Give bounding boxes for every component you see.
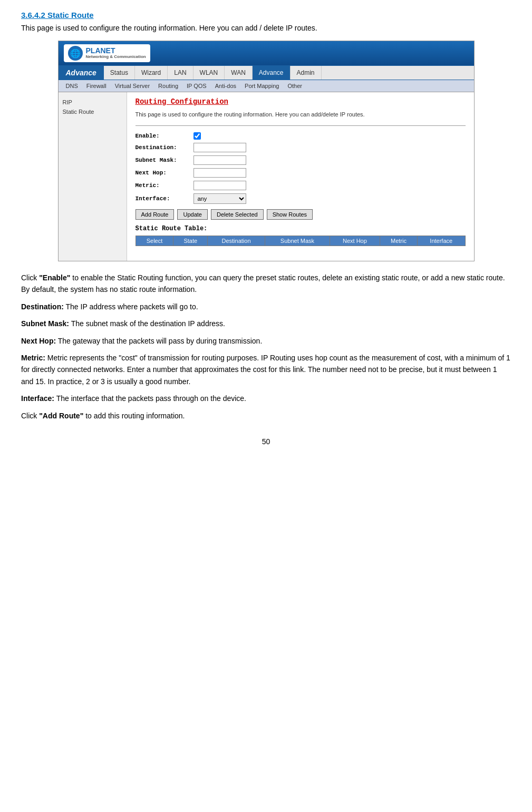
col-subnet-mask: Subnet Mask <box>265 236 330 246</box>
sub-nav-antidos[interactable]: Anti-dos <box>212 82 239 90</box>
form-enable-row: Enable: <box>136 132 466 140</box>
nav-item-wlan[interactable]: WLAN <box>194 66 225 80</box>
sub-nav-ipqos[interactable]: IP QOS <box>183 82 210 90</box>
intro-text: This page is used to configure the routi… <box>21 24 511 32</box>
sidebar-item-static-route[interactable]: Static Route <box>63 107 122 116</box>
sub-nav: DNS Firewall Virtual Server Routing IP Q… <box>59 80 474 92</box>
interface-bold: Interface: <box>21 394 54 403</box>
planet-logo: 🌐 PLANET Networking & Communication <box>64 44 150 62</box>
enable-checkbox[interactable] <box>194 132 201 140</box>
desc-destination: Destination: The IP address where packet… <box>21 301 511 312</box>
form-subnet-mask-row: Subnet Mask: <box>136 155 466 165</box>
nav-item-status[interactable]: Status <box>104 66 135 80</box>
planet-logo-name: PLANET <box>86 47 146 55</box>
nav-bar: Advance Status Wizard LAN WLAN WAN Advan… <box>59 65 474 80</box>
form-interface-row: Interface: any <box>136 193 466 204</box>
delete-selected-button[interactable]: Delete Selected <box>211 209 264 220</box>
sidebar-item-rip[interactable]: RIP <box>63 97 122 107</box>
col-metric: Metric <box>380 236 417 246</box>
destination-input[interactable] <box>194 143 246 152</box>
sub-nav-virtual-server[interactable]: Virtual Server <box>112 82 153 90</box>
sub-nav-firewall[interactable]: Firewall <box>83 82 110 90</box>
desc-enable: Click "Enable" to enable the Static Rout… <box>21 272 511 296</box>
nav-item-advance[interactable]: Advance <box>253 66 291 80</box>
planet-logo-subtitle: Networking & Communication <box>86 55 146 60</box>
content-area: RIP Static Route Routing Configuration T… <box>59 92 474 261</box>
sub-nav-portmapping[interactable]: Port Mapping <box>241 82 282 90</box>
planet-logo-icon: 🌐 <box>68 46 83 61</box>
desc-add-route: Click "Add Route" to add this routing in… <box>21 410 511 422</box>
subnet-mask-bold: Subnet Mask: <box>21 319 69 328</box>
update-button[interactable]: Update <box>177 209 207 220</box>
add-route-bold: "Add Route" <box>39 412 83 420</box>
page-number: 50 <box>21 437 511 446</box>
button-row: Add Route Update Delete Selected Show Ro… <box>136 209 466 220</box>
nav-item-lan[interactable]: LAN <box>168 66 193 80</box>
sub-nav-dns[interactable]: DNS <box>63 82 81 90</box>
interface-label: Interface: <box>136 195 194 202</box>
router-header: 🌐 PLANET Networking & Communication <box>59 41 474 65</box>
add-route-button[interactable]: Add Route <box>136 209 175 220</box>
col-interface: Interface <box>417 236 465 246</box>
metric-label: Metric: <box>136 182 194 189</box>
desc-interface: Interface: The interface that the packet… <box>21 393 511 404</box>
nav-items: Status Wizard LAN WLAN WAN Advance Admin <box>104 66 474 80</box>
router-screenshot: 🌐 PLANET Networking & Communication Adva… <box>58 41 475 261</box>
nav-item-admin[interactable]: Admin <box>291 66 322 80</box>
subnet-mask-input[interactable] <box>194 155 246 165</box>
main-content: Routing Configuration This page is used … <box>127 92 474 261</box>
next-hop-bold: Next Hop: <box>21 337 56 345</box>
description-section: Click "Enable" to enable the Static Rout… <box>21 272 511 422</box>
routing-title: Routing Configuration <box>136 97 466 106</box>
routing-desc: This page is used to configure the routi… <box>136 110 466 119</box>
form-divider <box>136 125 466 126</box>
left-sidebar: RIP Static Route <box>59 92 127 261</box>
destination-bold: Destination: <box>21 302 64 311</box>
static-route-title: Static Route Table: <box>136 225 466 232</box>
col-state: State <box>173 236 208 246</box>
desc-subnet-mask: Subnet Mask: The subnet mask of the dest… <box>21 318 511 329</box>
form-metric-row: Metric: <box>136 181 466 190</box>
nav-item-wizard[interactable]: Wizard <box>135 66 168 80</box>
section-title: 3.6.4.2 Static Route <box>21 11 511 19</box>
next-hop-input[interactable] <box>194 168 246 178</box>
form-destination-row: Destination: <box>136 143 466 152</box>
col-destination: Destination <box>208 236 265 246</box>
desc-next-hop: Next Hop: The gateway that the packets w… <box>21 335 511 347</box>
planet-logo-text: PLANET Networking & Communication <box>86 47 146 60</box>
enable-label: Enable: <box>136 133 194 139</box>
form-next-hop-row: Next Hop: <box>136 168 466 178</box>
desc-metric: Metric: Metric represents the "cost" of … <box>21 352 511 387</box>
subnet-mask-label: Subnet Mask: <box>136 157 194 163</box>
next-hop-label: Next Hop: <box>136 170 194 176</box>
show-routes-button[interactable]: Show Routes <box>267 209 313 220</box>
destination-label: Destination: <box>136 144 194 151</box>
col-select: Select <box>136 236 173 246</box>
col-next-hop: Next Hop <box>330 236 380 246</box>
metric-bold: Metric: <box>21 354 45 362</box>
metric-input[interactable] <box>194 181 246 190</box>
nav-brand: Advance <box>59 65 104 80</box>
sub-nav-routing[interactable]: Routing <box>155 82 181 90</box>
nav-item-wan[interactable]: WAN <box>225 66 253 80</box>
enable-bold: "Enable" <box>39 273 70 282</box>
route-table: Select State Destination Subnet Mask Nex… <box>136 236 466 246</box>
sub-nav-other[interactable]: Other <box>285 82 306 90</box>
interface-select[interactable]: any <box>194 193 246 204</box>
